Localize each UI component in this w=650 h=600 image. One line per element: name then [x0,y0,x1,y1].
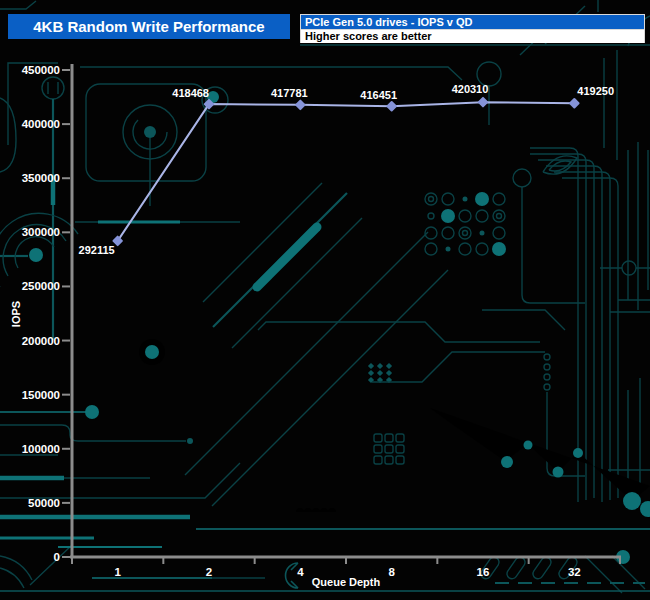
series-line [118,102,575,241]
chart-title-bar: 4KB Random Write Performance [8,14,290,39]
chart-subtitle-box: PCIe Gen 5.0 drives - IOPS v QD Higher s… [300,14,645,43]
subtitle-note: Higher scores are better [301,30,644,43]
circuit-diagonal-stripes [75,183,448,506]
chart-title: 4KB Random Write Performance [33,18,264,35]
data-point-marker [569,98,580,109]
y-axis-tick-label: 450000 [22,64,60,76]
data-point-marker [477,96,488,107]
y-axis-tick-label: 100000 [22,443,60,455]
circuit-diamond-cluster [368,363,392,383]
data-point-marker [386,101,397,112]
y-axis-tick-label: 300000 [22,226,60,238]
x-axis-tick-label: 2 [206,566,212,578]
circuit-mid-left-pad [108,339,165,392]
subtitle-drives: PCIe Gen 5.0 drives - IOPS v QD [301,15,644,30]
chart-canvas: 0500001000001500002000002500003000003500… [0,0,650,600]
y-axis-tick-label: 150000 [22,389,60,401]
y-axis-tick-label: 200000 [22,335,60,347]
data-point-label: 417781 [271,87,308,99]
y-axis-title: IOPS [10,301,22,327]
data-point-marker [295,99,306,110]
circuit-board-decoration [0,0,650,600]
data-point-label: 420310 [452,83,489,95]
pad [144,126,156,138]
y-axis-tick-label: 250000 [22,280,60,292]
circuit-pad-grid [425,192,506,256]
data-point-label: 418468 [172,87,209,99]
y-axis-tick-label: 400000 [22,118,60,130]
x-axis-tick-label: 16 [477,566,490,578]
x-axis-tick-label: 4 [297,566,304,578]
y-axis-tick-label: 350000 [22,172,60,184]
circuit-square-cluster [374,434,404,464]
y-axis-tick-label: 50000 [28,497,60,509]
circuit-right-bundle [258,142,650,502]
x-axis-tick-label: 32 [568,566,581,578]
data-point-label: 416451 [360,89,397,101]
x-axis-tick-label: 1 [114,566,121,578]
x-axis-tick-label: 8 [388,566,395,578]
circuit-zigzag-sparkline [430,408,650,510]
x-axis-title: Queue Depth [312,576,381,588]
chart-svg: 0500001000001500002000002500003000003500… [0,0,650,600]
y-axis-tick-label: 0 [54,551,60,563]
data-point-label: 292115 [79,244,115,256]
circuit-fan-arcs [0,213,78,287]
data-point-label: 419250 [577,85,614,97]
